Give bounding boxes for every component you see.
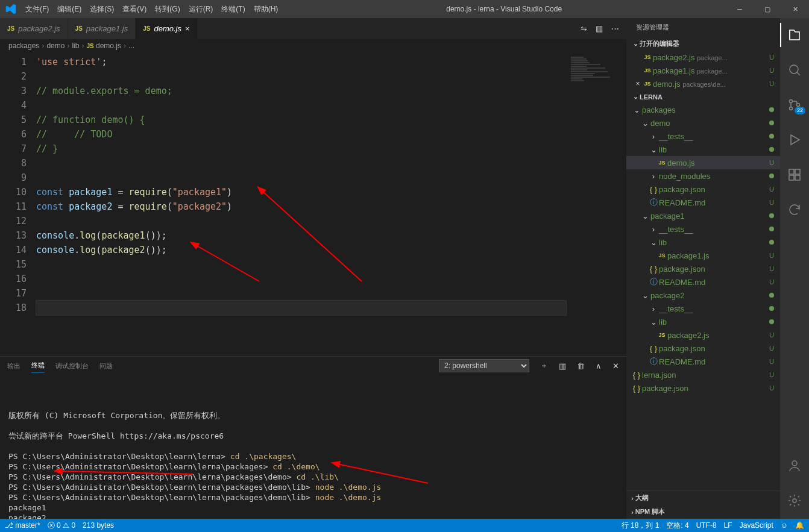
- open-editors-section[interactable]: ⌄打开的编辑器: [626, 37, 780, 51]
- encoding[interactable]: UTF-8: [696, 521, 717, 530]
- breadcrumb-item[interactable]: demo: [46, 42, 65, 50]
- tree-item[interactable]: JSdemo.jsU: [626, 156, 780, 169]
- tree-item[interactable]: ⌄demo: [626, 116, 780, 130]
- indentation[interactable]: 空格: 4: [666, 521, 688, 531]
- panel-tab[interactable]: 问题: [99, 359, 113, 373]
- open-editor-item[interactable]: ×JSdemo.js packages\de...U: [626, 77, 780, 90]
- tree-item[interactable]: { }package.jsonU: [626, 381, 780, 395]
- split-editor-icon[interactable]: ▥: [596, 24, 603, 33]
- tree-item[interactable]: ⓘREADME.mdU: [626, 355, 780, 368]
- panel-tab[interactable]: 调试控制台: [55, 359, 89, 373]
- code-line[interactable]: [36, 272, 566, 286]
- cursor-position[interactable]: 行 18，列 1: [622, 521, 659, 531]
- minimap[interactable]: [566, 52, 626, 356]
- tree-item[interactable]: ⌄lib: [626, 143, 780, 156]
- terminal-selector[interactable]: 2: powershell: [439, 359, 529, 372]
- code-line[interactable]: // // TODO: [36, 127, 566, 142]
- code-line[interactable]: [36, 156, 566, 171]
- breadcrumb-item[interactable]: lib: [72, 42, 79, 50]
- maximize-button[interactable]: ▢: [754, 0, 781, 18]
- eol[interactable]: LF: [724, 521, 732, 530]
- tree-item[interactable]: ›__tests__: [626, 130, 780, 143]
- panel-tab[interactable]: 终端: [31, 358, 45, 373]
- breadcrumb-item[interactable]: ...: [128, 42, 134, 50]
- breadcrumb-item[interactable]: packages: [8, 42, 39, 50]
- tree-item[interactable]: ›__tests__: [626, 222, 780, 236]
- menu-item[interactable]: 编辑(E): [53, 4, 86, 14]
- code-editor[interactable]: 'use strict'; // module.exports = demo; …: [36, 52, 566, 356]
- code-line[interactable]: [36, 257, 566, 272]
- code-line[interactable]: const package1 = require("package1"): [36, 185, 566, 199]
- editor-tab[interactable]: JSpackage2.js: [0, 18, 68, 39]
- menu-item[interactable]: 选择(S): [86, 4, 118, 14]
- close-tab-icon[interactable]: ×: [185, 24, 190, 33]
- code-line[interactable]: [36, 171, 566, 185]
- tree-item[interactable]: ⓘREADME.mdU: [626, 196, 780, 209]
- feedback-icon[interactable]: ☺: [781, 521, 788, 530]
- split-terminal-icon[interactable]: ▥: [559, 361, 566, 371]
- code-line[interactable]: [36, 214, 566, 228]
- tree-item[interactable]: { }package.jsonU: [626, 183, 780, 196]
- account-icon[interactable]: [780, 454, 809, 478]
- close-button[interactable]: ✕: [781, 0, 809, 18]
- code-line[interactable]: [36, 69, 566, 84]
- more-icon[interactable]: ⋯: [611, 24, 619, 33]
- explorer-icon[interactable]: [780, 23, 809, 47]
- code-line[interactable]: // module.exports = demo;: [36, 84, 566, 98]
- code-line[interactable]: [36, 98, 566, 113]
- npm-scripts-section[interactable]: › NPM 脚本: [626, 505, 780, 519]
- tree-item[interactable]: ⌄lib: [626, 236, 780, 249]
- menu-item[interactable]: 查看(V): [118, 4, 151, 14]
- settings-icon[interactable]: [780, 489, 809, 513]
- code-line[interactable]: 'use strict';: [36, 55, 566, 69]
- code-line[interactable]: [36, 301, 566, 315]
- menu-item[interactable]: 终端(T): [217, 4, 249, 14]
- menu-item[interactable]: 文件(F): [21, 4, 53, 14]
- panel-tab[interactable]: 输出: [7, 359, 20, 373]
- tree-item[interactable]: ›node_modules: [626, 169, 780, 183]
- compare-icon[interactable]: ⇋: [581, 24, 587, 33]
- tree-item[interactable]: JSpackage1.jsU: [626, 249, 780, 262]
- editor-tab[interactable]: JSdemo.js×: [136, 18, 197, 39]
- branch-status[interactable]: ⎇ master*: [5, 521, 40, 530]
- new-terminal-icon[interactable]: ＋: [540, 360, 548, 371]
- breadcrumb-item[interactable]: JS demo.js: [86, 42, 121, 50]
- tree-item[interactable]: { }package.jsonU: [626, 342, 780, 355]
- terminal[interactable]: 版权所有 (C) Microsoft Corporation。保留所有权利。 尝…: [0, 375, 626, 519]
- workspace-root[interactable]: ⌄LERNA: [626, 90, 780, 103]
- outline-section[interactable]: › 大纲: [626, 491, 780, 505]
- tree-item[interactable]: ⌄package1: [626, 209, 780, 222]
- code-line[interactable]: console.log(package1());: [36, 228, 566, 243]
- language-mode[interactable]: JavaScript: [740, 521, 773, 530]
- breadcrumbs[interactable]: packages›demo›lib›JS demo.js›...: [0, 39, 626, 52]
- source-control-icon[interactable]: 22: [780, 93, 809, 117]
- code-line[interactable]: console.log(package2());: [36, 243, 566, 257]
- tree-item[interactable]: JSpackage2.jsU: [626, 328, 780, 342]
- tree-item[interactable]: ⌄packages: [626, 103, 780, 116]
- tree-item[interactable]: ⌄package2: [626, 289, 780, 302]
- tree-item[interactable]: ⓘREADME.mdU: [626, 275, 780, 289]
- menu-item[interactable]: 帮助(H): [250, 4, 283, 14]
- menu-item[interactable]: 运行(R): [184, 4, 218, 14]
- code-line[interactable]: // function demo() {: [36, 113, 566, 127]
- search-icon[interactable]: [780, 58, 809, 82]
- tree-item[interactable]: ›__tests__: [626, 302, 780, 315]
- tree-item[interactable]: { }lerna.jsonU: [626, 368, 780, 381]
- open-editor-item[interactable]: JSpackage1.js package...U: [626, 64, 780, 77]
- kill-terminal-icon[interactable]: 🗑: [577, 361, 585, 371]
- problems-status[interactable]: ⓧ 0 ⚠ 0: [48, 521, 75, 531]
- code-line[interactable]: // }: [36, 142, 566, 156]
- open-editor-item[interactable]: JSpackage2.js package...U: [626, 51, 780, 64]
- menu-item[interactable]: 转到(G): [151, 4, 184, 14]
- close-icon[interactable]: ×: [634, 80, 642, 88]
- panel-up-icon[interactable]: ∧: [596, 361, 602, 371]
- refresh-icon[interactable]: [780, 198, 809, 222]
- code-line[interactable]: [36, 286, 566, 301]
- run-debug-icon[interactable]: [780, 128, 809, 152]
- tree-item[interactable]: ⌄lib: [626, 315, 780, 328]
- notifications-icon[interactable]: 🔔: [795, 521, 804, 530]
- minimize-button[interactable]: ─: [726, 0, 754, 18]
- close-panel-icon[interactable]: ✕: [612, 361, 619, 371]
- editor-tab[interactable]: JSpackage1.js: [68, 18, 136, 39]
- code-line[interactable]: const package2 = require("package2"): [36, 199, 566, 214]
